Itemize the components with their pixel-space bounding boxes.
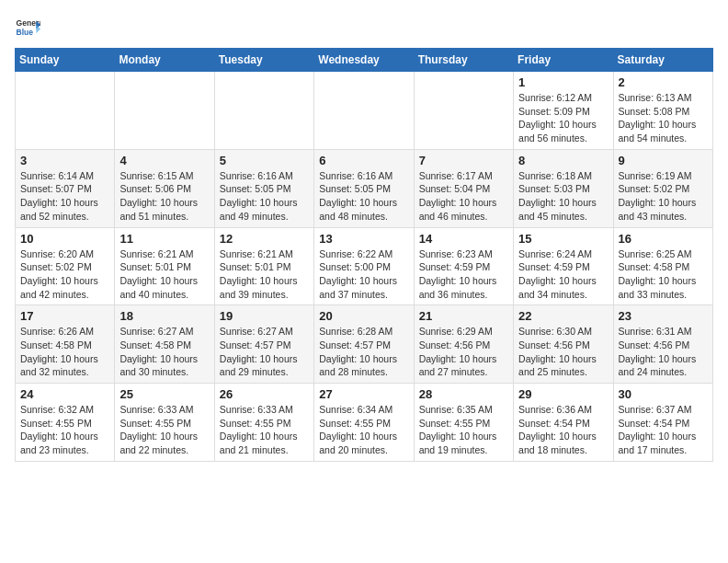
day-number: 7: [419, 154, 508, 167]
calendar-cell: 27Sunrise: 6:34 AMSunset: 4:55 PMDayligh…: [314, 384, 414, 462]
page-header: General Blue: [15, 15, 713, 40]
day-info: Sunrise: 6:19 AMSunset: 5:02 PMDaylight:…: [619, 169, 708, 224]
calendar-cell: 7Sunrise: 6:17 AMSunset: 5:04 PMDaylight…: [414, 149, 513, 227]
calendar-week-row: 17Sunrise: 6:26 AMSunset: 4:58 PMDayligh…: [16, 305, 713, 384]
day-number: 9: [619, 154, 708, 167]
calendar-cell: 12Sunrise: 6:21 AMSunset: 5:01 PMDayligh…: [214, 227, 313, 305]
day-info: Sunrise: 6:21 AMSunset: 5:01 PMDaylight:…: [119, 247, 209, 302]
day-info: Sunrise: 6:23 AMSunset: 4:59 PMDaylight:…: [419, 247, 508, 302]
calendar-cell: 2Sunrise: 6:13 AMSunset: 5:08 PMDaylight…: [613, 72, 712, 150]
calendar-cell: [16, 72, 115, 150]
day-info: Sunrise: 6:22 AMSunset: 5:00 PMDaylight:…: [319, 247, 408, 302]
day-info: Sunrise: 6:12 AMSunset: 5:09 PMDaylight:…: [518, 91, 608, 145]
day-number: 29: [518, 387, 608, 401]
day-number: 11: [119, 232, 209, 246]
logo: General Blue: [15, 15, 40, 40]
calendar-cell: 24Sunrise: 6:32 AMSunset: 4:55 PMDayligh…: [16, 384, 115, 462]
calendar-cell: 18Sunrise: 6:27 AMSunset: 4:58 PMDayligh…: [115, 305, 214, 384]
calendar-cell: 23Sunrise: 6:31 AMSunset: 4:56 PMDayligh…: [613, 305, 712, 384]
day-info: Sunrise: 6:31 AMSunset: 4:56 PMDaylight:…: [619, 325, 708, 379]
calendar-week-row: 10Sunrise: 6:20 AMSunset: 5:02 PMDayligh…: [16, 227, 713, 305]
weekday-header: Sunday: [16, 49, 115, 72]
calendar-cell: 15Sunrise: 6:24 AMSunset: 4:59 PMDayligh…: [514, 227, 613, 305]
day-info: Sunrise: 6:17 AMSunset: 5:04 PMDaylight:…: [419, 169, 508, 224]
day-info: Sunrise: 6:20 AMSunset: 5:02 PMDaylight:…: [20, 247, 109, 302]
day-number: 21: [419, 309, 508, 323]
svg-text:Blue: Blue: [17, 28, 34, 37]
calendar-cell: 16Sunrise: 6:25 AMSunset: 4:58 PMDayligh…: [613, 227, 712, 305]
day-info: Sunrise: 6:26 AMSunset: 4:58 PMDaylight:…: [20, 325, 109, 379]
day-number: 25: [119, 387, 209, 401]
day-info: Sunrise: 6:21 AMSunset: 5:01 PMDaylight:…: [220, 247, 309, 302]
calendar-cell: 17Sunrise: 6:26 AMSunset: 4:58 PMDayligh…: [16, 305, 115, 384]
day-info: Sunrise: 6:32 AMSunset: 4:55 PMDaylight:…: [20, 403, 109, 457]
day-number: 28: [419, 387, 508, 401]
day-info: Sunrise: 6:18 AMSunset: 5:03 PMDaylight:…: [518, 169, 608, 224]
weekday-header-row: SundayMondayTuesdayWednesdayThursdayFrid…: [16, 49, 713, 72]
calendar-cell: 8Sunrise: 6:18 AMSunset: 5:03 PMDaylight…: [514, 149, 613, 227]
day-number: 18: [119, 309, 209, 323]
calendar-cell: 25Sunrise: 6:33 AMSunset: 4:55 PMDayligh…: [115, 384, 214, 462]
day-number: 4: [119, 154, 209, 167]
calendar-cell: [214, 72, 313, 150]
day-info: Sunrise: 6:28 AMSunset: 4:57 PMDaylight:…: [319, 325, 408, 379]
calendar-cell: 1Sunrise: 6:12 AMSunset: 5:09 PMDaylight…: [514, 72, 613, 150]
day-info: Sunrise: 6:36 AMSunset: 4:54 PMDaylight:…: [518, 403, 608, 457]
day-number: 16: [619, 232, 708, 246]
calendar-cell: 14Sunrise: 6:23 AMSunset: 4:59 PMDayligh…: [414, 227, 513, 305]
calendar-cell: 3Sunrise: 6:14 AMSunset: 5:07 PMDaylight…: [16, 149, 115, 227]
day-info: Sunrise: 6:30 AMSunset: 4:56 PMDaylight:…: [518, 325, 608, 379]
calendar-cell: 26Sunrise: 6:33 AMSunset: 4:55 PMDayligh…: [214, 384, 313, 462]
calendar-cell: 30Sunrise: 6:37 AMSunset: 4:54 PMDayligh…: [613, 384, 712, 462]
day-number: 30: [619, 387, 708, 401]
day-number: 5: [220, 154, 309, 167]
day-number: 22: [518, 309, 608, 323]
calendar-cell: 11Sunrise: 6:21 AMSunset: 5:01 PMDayligh…: [115, 227, 214, 305]
day-number: 15: [518, 232, 608, 246]
day-number: 6: [319, 154, 408, 167]
day-number: 17: [20, 309, 109, 323]
calendar-cell: 19Sunrise: 6:27 AMSunset: 4:57 PMDayligh…: [214, 305, 313, 384]
weekday-header: Saturday: [613, 49, 712, 72]
calendar-cell: 13Sunrise: 6:22 AMSunset: 5:00 PMDayligh…: [314, 227, 414, 305]
day-number: 27: [319, 387, 408, 401]
calendar-cell: 29Sunrise: 6:36 AMSunset: 4:54 PMDayligh…: [514, 384, 613, 462]
day-info: Sunrise: 6:33 AMSunset: 4:55 PMDaylight:…: [119, 403, 209, 457]
day-number: 19: [220, 309, 309, 323]
day-number: 20: [319, 309, 408, 323]
day-number: 13: [319, 232, 408, 246]
day-number: 8: [518, 154, 608, 167]
day-info: Sunrise: 6:16 AMSunset: 5:05 PMDaylight:…: [220, 169, 309, 224]
day-number: 23: [619, 309, 708, 323]
day-info: Sunrise: 6:14 AMSunset: 5:07 PMDaylight:…: [20, 169, 109, 224]
calendar-cell: 9Sunrise: 6:19 AMSunset: 5:02 PMDaylight…: [613, 149, 712, 227]
weekday-header: Tuesday: [214, 49, 313, 72]
day-info: Sunrise: 6:34 AMSunset: 4:55 PMDaylight:…: [319, 403, 408, 457]
weekday-header: Monday: [115, 49, 214, 72]
day-info: Sunrise: 6:13 AMSunset: 5:08 PMDaylight:…: [619, 91, 708, 145]
calendar-week-row: 1Sunrise: 6:12 AMSunset: 5:09 PMDaylight…: [16, 72, 713, 150]
calendar-cell: [314, 72, 414, 150]
day-info: Sunrise: 6:29 AMSunset: 4:56 PMDaylight:…: [419, 325, 508, 379]
day-info: Sunrise: 6:24 AMSunset: 4:59 PMDaylight:…: [518, 247, 608, 302]
day-info: Sunrise: 6:15 AMSunset: 5:06 PMDaylight:…: [119, 169, 209, 224]
day-number: 1: [518, 75, 608, 89]
calendar-cell: 4Sunrise: 6:15 AMSunset: 5:06 PMDaylight…: [115, 149, 214, 227]
day-info: Sunrise: 6:27 AMSunset: 4:58 PMDaylight:…: [119, 325, 209, 379]
calendar-cell: [115, 72, 214, 150]
calendar-cell: 20Sunrise: 6:28 AMSunset: 4:57 PMDayligh…: [314, 305, 414, 384]
day-number: 3: [20, 154, 109, 167]
day-number: 2: [619, 75, 708, 89]
calendar-cell: 10Sunrise: 6:20 AMSunset: 5:02 PMDayligh…: [16, 227, 115, 305]
calendar-cell: 6Sunrise: 6:16 AMSunset: 5:05 PMDaylight…: [314, 149, 414, 227]
day-number: 12: [220, 232, 309, 246]
calendar-week-row: 24Sunrise: 6:32 AMSunset: 4:55 PMDayligh…: [16, 384, 713, 462]
calendar-cell: 28Sunrise: 6:35 AMSunset: 4:55 PMDayligh…: [414, 384, 513, 462]
day-info: Sunrise: 6:25 AMSunset: 4:58 PMDaylight:…: [619, 247, 708, 302]
logo-icon: General Blue: [15, 15, 40, 40]
weekday-header: Friday: [514, 49, 613, 72]
day-info: Sunrise: 6:16 AMSunset: 5:05 PMDaylight:…: [319, 169, 408, 224]
calendar-cell: 22Sunrise: 6:30 AMSunset: 4:56 PMDayligh…: [514, 305, 613, 384]
day-info: Sunrise: 6:27 AMSunset: 4:57 PMDaylight:…: [220, 325, 309, 379]
weekday-header: Wednesday: [314, 49, 414, 72]
